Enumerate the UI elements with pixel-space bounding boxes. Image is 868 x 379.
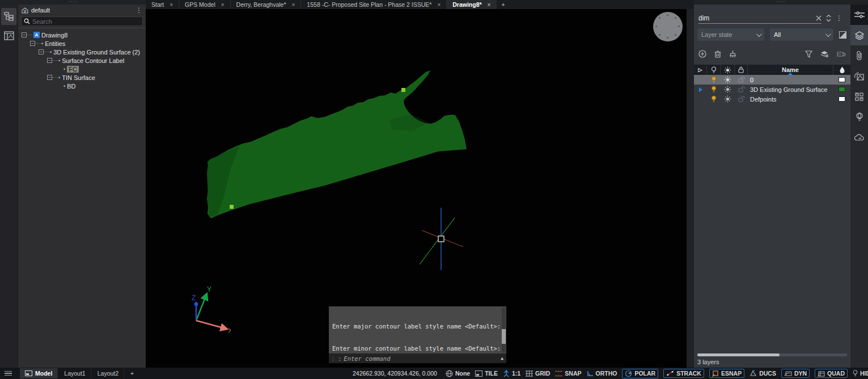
layer-color-swatch[interactable] (833, 85, 850, 94)
close-icon[interactable]: × (437, 2, 441, 8)
collapse-icon[interactable]: − (30, 41, 35, 46)
attachments-panel-tab[interactable] (850, 45, 868, 66)
invert-filter-icon[interactable] (839, 31, 846, 39)
command-scrollbar[interactable] (502, 308, 506, 352)
tile-toggle[interactable]: TILE (475, 370, 498, 377)
layer-state-dropdown[interactable]: Layer state (697, 28, 764, 41)
new-layer-icon[interactable] (698, 50, 706, 58)
tab-derry-beraghvale[interactable]: Derry, Beraghvale* × (231, 0, 302, 9)
layer-row-0[interactable]: 0 (694, 75, 850, 85)
layer-unlocked-icon[interactable] (735, 85, 748, 94)
expand-column-header[interactable]: ▷ (694, 65, 707, 75)
close-icon[interactable]: × (170, 2, 173, 8)
layer-color-swatch[interactable] (833, 94, 850, 104)
layers-search-input[interactable] (698, 14, 816, 22)
new-tab-button[interactable]: + (497, 0, 509, 9)
tab-proposed-site-plan[interactable]: 1558 -C- Proposed Site Plan - Phase 2 IS… (301, 0, 447, 9)
collapse-icon[interactable]: − (39, 49, 44, 54)
grid-toggle[interactable]: GRID (526, 370, 550, 377)
annotation-scale-control[interactable]: 1:1 (503, 370, 520, 377)
layer-settings-icon[interactable] (820, 50, 829, 58)
globe-icon (446, 370, 453, 377)
ducs-toggle[interactable]: DUCS (750, 370, 776, 377)
drawing-explorer-panel-tab[interactable] (1, 27, 16, 44)
collapse-icon[interactable]: − (47, 58, 52, 63)
lock-column-header[interactable] (735, 65, 748, 75)
layer-filter-dropdown[interactable]: All (770, 28, 833, 41)
dyn-toggle[interactable]: DYN (781, 369, 810, 378)
tree-item-bd[interactable]: • BD (18, 82, 146, 90)
collapse-icon[interactable]: − (47, 75, 52, 80)
layer-unlocked-icon[interactable] (735, 94, 748, 104)
tree-item-entities[interactable]: − • Entities (18, 39, 146, 48)
quad-toggle[interactable]: QUAD (815, 369, 848, 378)
structure-panel-tab[interactable] (1, 8, 16, 25)
right-panel-drag-handle[interactable]: ···· (694, 0, 868, 5)
structure-menu-icon[interactable]: ⋮ (136, 6, 142, 14)
tree-item-fc[interactable]: • FC (18, 65, 146, 73)
surface-grip[interactable] (401, 88, 405, 92)
strack-toggle[interactable]: STRACK (663, 369, 704, 378)
materials-panel-tab[interactable] (850, 66, 868, 86)
tree-item-drawing[interactable]: − A Drawing8 (18, 31, 146, 39)
purge-layers-icon[interactable] (729, 50, 736, 58)
layer-thaw-icon[interactable] (721, 85, 735, 94)
tree-item-ground-surface[interactable]: − • 3D Existing Ground Surface (2) (18, 48, 146, 56)
filter-icon[interactable] (805, 50, 812, 58)
lock-settings-icon[interactable] (837, 51, 846, 57)
delete-layer-icon[interactable] (714, 50, 721, 58)
lights-panel-tab[interactable] (850, 107, 868, 127)
tab-gps-model[interactable]: GPS Model × (179, 0, 231, 9)
model-tab[interactable]: Model (20, 368, 58, 378)
model-space-viewport[interactable]: Y Z X Enter major contour label style na… (146, 9, 687, 368)
cloud-panel-tab[interactable] (850, 127, 868, 148)
layer-on-icon[interactable] (707, 85, 721, 94)
drawing-file-icon: A (33, 32, 40, 38)
layer-row-ground-surface[interactable]: 3D Existing Ground Surface (694, 85, 850, 94)
layer-color-swatch[interactable] (833, 75, 850, 85)
ortho-toggle[interactable]: ORTHO (587, 370, 617, 377)
color-column-header[interactable] (833, 65, 850, 75)
layer-thaw-icon[interactable] (721, 94, 735, 104)
command-expand-icon[interactable]: ▲ (501, 356, 503, 361)
command-line-window[interactable]: Enter major contour label style name <De… (329, 306, 506, 364)
tab-start[interactable]: Start × (146, 0, 179, 9)
on-off-column-header[interactable] (707, 65, 721, 75)
close-icon[interactable]: × (221, 2, 225, 8)
polar-toggle[interactable]: POLAR (622, 369, 658, 378)
tab-drawing8[interactable]: Drawing8* × (447, 0, 497, 9)
clear-search-icon[interactable] (816, 15, 822, 21)
surface-grip[interactable] (230, 205, 234, 209)
lookfrom-navigation-control[interactable] (653, 12, 683, 41)
esnap-toggle[interactable]: ESNAP (709, 369, 744, 378)
layer-unlocked-icon[interactable] (735, 75, 748, 85)
tree-item-surface-contour-label[interactable]: − • Surface Contour Label (18, 56, 146, 65)
layers-menu-icon[interactable]: ⋮ (836, 14, 842, 22)
freeze-column-header[interactable] (721, 65, 735, 75)
add-layout-button[interactable]: + (125, 368, 139, 378)
collapse-icon[interactable]: − (22, 32, 27, 37)
tree-item-tin-surface[interactable]: − • TIN Surface (18, 73, 146, 82)
hide-toggle[interactable]: HIDE (853, 370, 868, 377)
properties-panel-tab[interactable] (850, 5, 868, 25)
layer-on-icon[interactable] (707, 75, 721, 85)
sheet-menu-icon[interactable] (5, 371, 12, 376)
close-icon[interactable]: × (292, 2, 295, 8)
sort-updown-icon[interactable] (826, 15, 831, 22)
layers-horizontal-scrollbar[interactable] (697, 353, 847, 356)
layout1-tab[interactable]: Layout1 (59, 368, 91, 378)
name-column-header[interactable]: Name (748, 65, 833, 75)
geolocation-toggle[interactable]: None (446, 370, 470, 377)
close-icon[interactable]: × (488, 2, 491, 8)
components-panel-tab[interactable] (850, 86, 868, 107)
layers-panel-tab[interactable] (850, 25, 868, 45)
polar-icon (625, 370, 632, 377)
structure-search-input[interactable] (32, 18, 140, 25)
snap-toggle[interactable]: SNAP (555, 370, 581, 377)
expand-layer-icon[interactable] (694, 85, 707, 94)
left-panel-drag-handle[interactable]: ···· (0, 0, 146, 5)
layer-on-icon[interactable] (707, 94, 721, 104)
layer-row-defpoints[interactable]: Defpoints (694, 94, 850, 104)
layer-thaw-icon[interactable] (721, 75, 735, 85)
layout2-tab[interactable]: Layout2 (92, 368, 124, 378)
